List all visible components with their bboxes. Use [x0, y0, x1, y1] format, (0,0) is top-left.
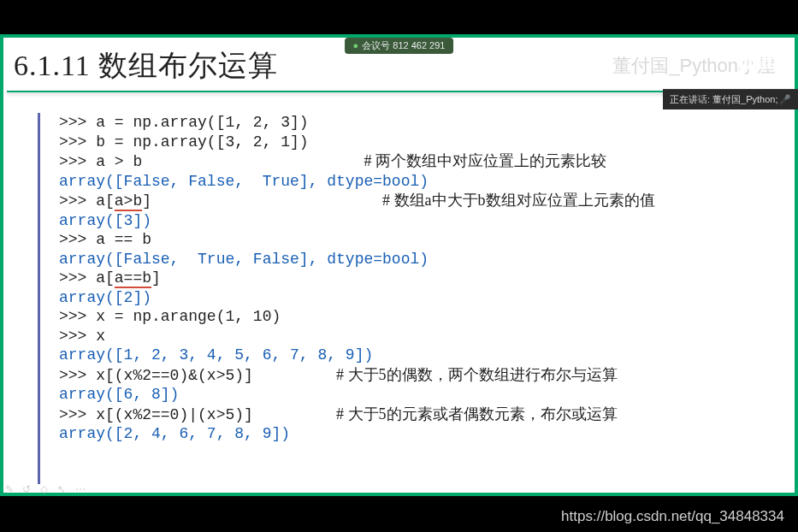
code-output: array([3]) [59, 211, 781, 231]
code-pad [253, 367, 336, 384]
highlight-underline: a==b [115, 269, 151, 288]
code-line: >>> x[(x%2==0)&(x>5)] # 大于5的偶数，两个数组进行布尔与… [59, 365, 781, 386]
code-text: >>> a > b [59, 153, 142, 170]
code-text: >>> x[(x%2==0)|(x>5)] [59, 406, 253, 423]
code-output: array([6, 8]) [59, 385, 781, 405]
code-output: array([False, False, True], dtype=bool) [59, 172, 781, 192]
pointer-icon[interactable]: ↖ [57, 483, 68, 494]
annotation-toolbar: ✎ ↺ ◇ ↖ ⋯ [0, 479, 86, 498]
code-pad [151, 192, 382, 210]
code-comment: # 大于5的元素或者偶数元素，布尔或运算 [336, 405, 618, 423]
microphone-icon: 🎤 [779, 94, 791, 105]
pen-icon[interactable]: ✎ [5, 483, 15, 494]
code-line: >>> a == b [59, 230, 781, 250]
code-text: >>> a[ [59, 192, 115, 210]
code-text: ] [142, 192, 151, 210]
code-block: >>> a = np.array([1, 2, 3]) >>> b = np.a… [38, 113, 781, 484]
highlight-underline: a>b [115, 192, 142, 211]
author-credit: 董付国_Python小屋 [612, 53, 776, 79]
meeting-id-badge: ●会议号 812 462 291 [345, 38, 454, 54]
code-line: >>> x = np.arange(1, 10) [59, 307, 781, 327]
code-line: >>> x [59, 327, 781, 346]
speaking-status: 正在讲话: 董付国_Python; 🎤 [663, 89, 798, 109]
code-comment: # 大于5的偶数，两个数组进行布尔与运算 [336, 366, 618, 383]
more-icon[interactable]: ⋯ [75, 483, 86, 494]
speaking-status-text: 正在讲话: 董付国_Python; [670, 93, 778, 106]
code-line: >>> a[a>b] # 数组a中大于b数组对应位置上元素的值 [59, 191, 781, 211]
code-text: >>> a[ [59, 269, 115, 287]
code-comment: # 两个数组中对应位置上的元素比较 [364, 152, 606, 169]
code-pad [142, 153, 364, 170]
code-line: >>> a > b # 两个数组中对应位置上的元素比较 [59, 151, 781, 172]
signal-icon: ● [353, 40, 359, 50]
code-output: array([2, 4, 6, 7, 8, 9]) [59, 424, 781, 444]
code-text: ] [151, 269, 161, 287]
slide-title: 6.1.11 数组布尔运算 [14, 46, 278, 86]
code-output: array([1, 2, 3, 4, 5, 6, 7, 8, 9]) [59, 346, 781, 365]
code-line: >>> b = np.array([3, 2, 1]) [59, 133, 781, 152]
code-line: >>> a = np.array([1, 2, 3]) [59, 113, 781, 133]
code-text: >>> x[(x%2==0)&(x>5)] [59, 367, 253, 384]
code-comment: # 数组a中大于b数组对应位置上元素的值 [382, 192, 655, 209]
code-line: >>> x[(x%2==0)|(x>5)] # 大于5的元素或者偶数元素，布尔或… [59, 405, 781, 425]
eraser-icon[interactable]: ◇ [40, 483, 50, 494]
undo-icon[interactable]: ↺ [22, 483, 33, 494]
code-output: array([2]) [59, 288, 781, 308]
code-output: array([False, True, False], dtype=bool) [59, 250, 781, 269]
csdn-watermark: https://blog.csdn.net/qq_34848334 [561, 508, 784, 525]
code-line: >>> a[a==b] [59, 269, 781, 288]
code-pad [253, 406, 336, 423]
meeting-id-text: 会议号 812 462 291 [362, 40, 445, 50]
